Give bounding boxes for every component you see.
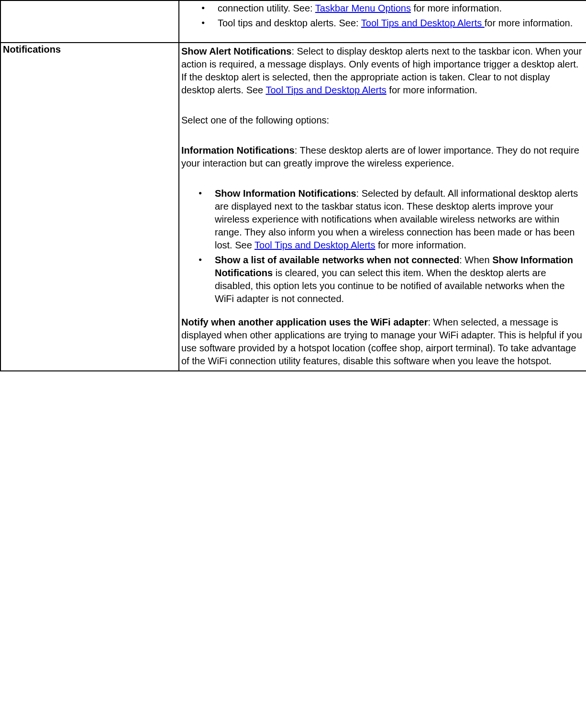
text: : When xyxy=(459,255,492,265)
list-item: Show a list of available networks when n… xyxy=(210,254,582,305)
list-item: connection utility. See: Taskbar Menu Op… xyxy=(213,2,581,15)
list-item: Tool tips and desktop alerts. See: Tool … xyxy=(213,17,581,30)
option-title: Information Notifications xyxy=(181,145,295,156)
text: connection utility. See: xyxy=(218,3,315,13)
tool-tips-desktop-alerts-link[interactable]: Tool Tips and Desktop Alerts xyxy=(361,18,485,28)
information-notifications-paragraph: Information Notifications: These desktop… xyxy=(181,144,582,170)
select-options-paragraph: Select one of the following options: xyxy=(181,114,582,127)
taskbar-menu-options-link[interactable]: Taskbar Menu Options xyxy=(315,3,411,13)
row-heading: Notifications xyxy=(3,44,61,55)
text: for more information. xyxy=(485,18,573,28)
info-notifications-list: Show Information Notifications: Selected… xyxy=(181,187,582,305)
table-row: Notifications Show Alert Notifications: … xyxy=(0,43,586,371)
row1-content-cell: connection utility. See: Taskbar Menu Op… xyxy=(179,0,586,43)
option-title: Show Information Notifications xyxy=(215,188,356,199)
row1-list: connection utility. See: Taskbar Menu Op… xyxy=(184,2,581,30)
option-title: Show Alert Notifications xyxy=(181,46,291,56)
option-title: Notify when another application uses the… xyxy=(181,317,428,327)
tool-tips-desktop-alerts-link[interactable]: Tool Tips and Desktop Alerts xyxy=(254,240,375,250)
text: for more information. xyxy=(387,85,477,95)
text: for more information. xyxy=(411,3,502,13)
settings-table: connection utility. See: Taskbar Menu Op… xyxy=(0,0,586,371)
table-row: connection utility. See: Taskbar Menu Op… xyxy=(0,0,586,43)
list-item: Show Information Notifications: Selected… xyxy=(210,187,582,252)
text: Tool tips and desktop alerts. See: xyxy=(218,18,361,28)
tool-tips-desktop-alerts-link[interactable]: Tool Tips and Desktop Alerts xyxy=(265,85,386,95)
text: for more information. xyxy=(375,240,466,250)
row1-label-cell xyxy=(0,0,179,43)
notifications-content-cell: Show Alert Notifications: Select to disp… xyxy=(179,43,586,371)
notifications-label-cell: Notifications xyxy=(0,43,179,371)
show-alert-notifications-paragraph: Show Alert Notifications: Select to disp… xyxy=(181,45,582,97)
notify-other-app-paragraph: Notify when another application uses the… xyxy=(181,316,582,368)
option-title: Show a list of available networks when n… xyxy=(215,255,459,265)
